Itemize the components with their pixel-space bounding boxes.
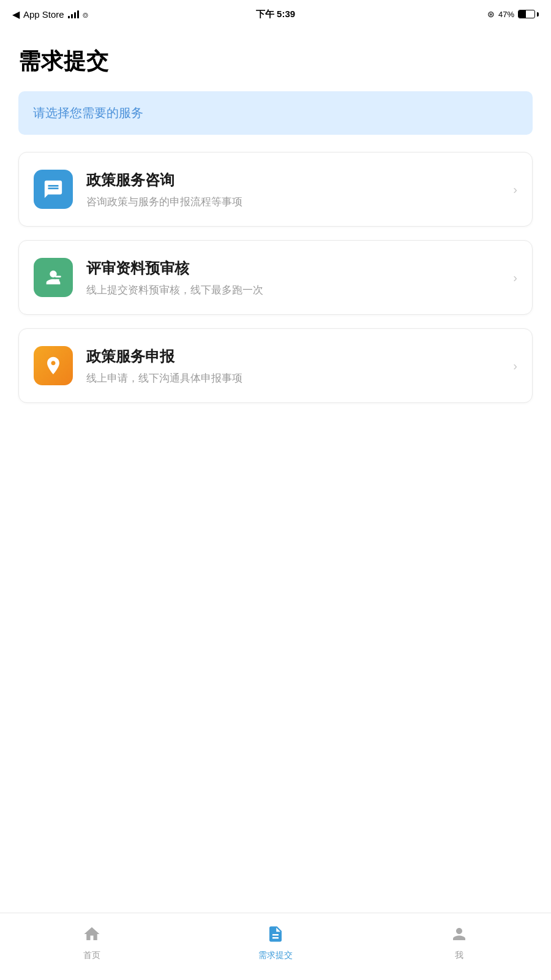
policy-consultation-title: 政策服务咨询 bbox=[86, 170, 507, 190]
review-pre-audit-icon bbox=[34, 258, 73, 297]
signal-bars bbox=[68, 10, 79, 18]
svg-rect-1 bbox=[55, 279, 59, 281]
bottom-nav: 首页 需求提交 我 bbox=[0, 913, 551, 980]
nav-item-profile[interactable]: 我 bbox=[429, 922, 490, 961]
review-pre-audit-desc: 线上提交资料预审核，线下最多跑一次 bbox=[86, 283, 507, 297]
policy-application-text: 政策服务申报 线上申请，线下沟通具体申报事项 bbox=[86, 347, 507, 385]
service-selector-placeholder: 请选择您需要的服务 bbox=[33, 106, 143, 119]
status-time: 下午 5:39 bbox=[256, 9, 295, 20]
battery-percent: 47% bbox=[498, 10, 514, 19]
chevron-right-icon: › bbox=[513, 183, 517, 197]
demand-nav-label: 需求提交 bbox=[258, 950, 293, 961]
nav-item-demand[interactable]: 需求提交 bbox=[245, 922, 306, 961]
review-pre-audit-text: 评审资料预审核 线上提交资料预审核，线下最多跑一次 bbox=[86, 258, 507, 297]
policy-consultation-icon bbox=[34, 170, 73, 209]
carrier-text: App Store bbox=[23, 9, 64, 20]
demand-nav-icon bbox=[263, 922, 288, 946]
policy-application-title: 政策服务申报 bbox=[86, 347, 507, 366]
policy-application-icon bbox=[34, 346, 73, 385]
card-review-pre-audit[interactable]: 评审资料预审核 线上提交资料预审核，线下最多跑一次 › bbox=[18, 240, 533, 315]
status-right: ⊛ 47% bbox=[487, 9, 539, 19]
page-title: 需求提交 bbox=[18, 47, 533, 77]
location-icon: ⊛ bbox=[487, 9, 495, 19]
status-left: ◀ App Store ⌾ bbox=[12, 9, 88, 20]
policy-application-desc: 线上申请，线下沟通具体申报事项 bbox=[86, 371, 507, 385]
page-content: 需求提交 请选择您需要的服务 政策服务咨询 咨询政策与服务的申报流程等事项 › … bbox=[0, 47, 551, 490]
service-selector[interactable]: 请选择您需要的服务 bbox=[18, 91, 533, 135]
profile-nav-label: 我 bbox=[455, 950, 463, 961]
chevron-right-icon-3: › bbox=[513, 359, 517, 373]
back-arrow: ◀ bbox=[12, 9, 20, 20]
card-policy-consultation[interactable]: 政策服务咨询 咨询政策与服务的申报流程等事项 › bbox=[18, 152, 533, 227]
card-policy-application[interactable]: 政策服务申报 线上申请，线下沟通具体申报事项 › bbox=[18, 328, 533, 403]
battery-icon bbox=[518, 10, 539, 18]
nav-item-home[interactable]: 首页 bbox=[61, 922, 122, 961]
status-bar: ◀ App Store ⌾ 下午 5:39 ⊛ 47% bbox=[0, 0, 551, 28]
svg-rect-0 bbox=[55, 276, 61, 277]
review-pre-audit-title: 评审资料预审核 bbox=[86, 258, 507, 278]
home-nav-label: 首页 bbox=[83, 950, 100, 961]
chevron-right-icon-2: › bbox=[513, 271, 517, 285]
policy-consultation-desc: 咨询政策与服务的申报流程等事项 bbox=[86, 195, 507, 209]
profile-nav-icon bbox=[447, 922, 471, 946]
home-nav-icon bbox=[80, 922, 104, 946]
wifi-icon: ⌾ bbox=[83, 9, 88, 20]
policy-consultation-text: 政策服务咨询 咨询政策与服务的申报流程等事项 bbox=[86, 170, 507, 209]
